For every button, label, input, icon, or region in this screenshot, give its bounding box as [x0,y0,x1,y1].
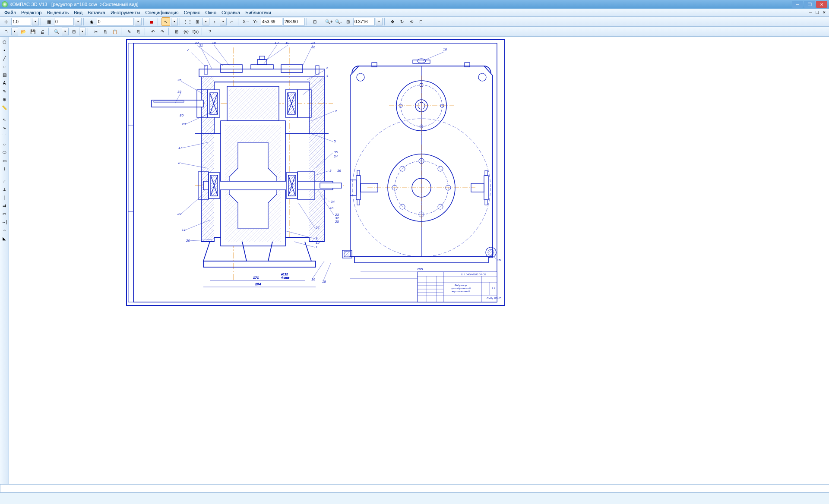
step-input[interactable] [11,18,31,25]
state-input[interactable] [97,18,134,25]
svg-text:1:1: 1:1 [492,287,495,290]
state-dropdown[interactable]: ▾ [135,18,142,25]
param-tool-icon[interactable]: ⊕ [1,96,8,103]
menu-tools[interactable]: Инструменты [108,9,143,16]
redraw-icon[interactable]: 🗋 [417,17,425,26]
fillet-tool-icon[interactable]: ⌢ [1,227,8,233]
ortho-icon[interactable]: ↕ [210,17,219,26]
zoom-out-icon[interactable]: 🔍- [334,17,343,26]
circle-tool-icon[interactable]: ○ [1,141,8,148]
perp-tool-icon[interactable]: ⊥ [1,186,8,192]
parallel-tool-icon[interactable]: ∥ [1,194,8,201]
svg-text:10: 10 [212,41,216,45]
chamfer-tool-icon[interactable]: ◣ [1,235,8,242]
command-input[interactable] [0,484,829,493]
manager-icon[interactable]: ⊟ [70,27,78,36]
view-prev-icon[interactable]: ⟲ [407,17,416,26]
cursor-mode-button[interactable]: ↖ [161,17,170,26]
snap-icon[interactable]: ⊹ [2,17,10,26]
menu-libraries[interactable]: Библиотеки [243,9,274,16]
pan-icon[interactable]: ✥ [388,17,397,26]
layer-icon[interactable]: ▦ [44,17,53,26]
maximize-button[interactable]: ❐ [804,1,815,8]
select-tool-icon[interactable]: ↖ [1,116,8,123]
minimize-button[interactable]: ─ [792,1,803,8]
geometry-tool-icon[interactable]: ⬡ [1,38,8,45]
properties-icon[interactable]: ✎ [125,27,133,36]
undo-icon[interactable]: ↶ [149,27,157,36]
rotate-icon[interactable]: ↻ [398,17,406,26]
library-mgr-icon[interactable]: ⊞ [172,27,181,36]
zoom-input[interactable] [353,18,375,25]
layer-dropdown[interactable]: ▾ [75,18,82,25]
fx-icon[interactable]: f(x) [191,27,200,36]
svg-rect-12 [259,56,265,60]
menu-window[interactable]: Окно [203,9,219,16]
trim-tool-icon[interactable]: ✂ [1,210,8,217]
open-icon[interactable]: 📂 [19,27,28,36]
zoom-fit-icon[interactable]: ⊞ [344,17,352,26]
ortho-dropdown[interactable]: ▾ [220,18,227,25]
step-dropdown[interactable]: ▾ [32,18,39,25]
arc-tool-icon[interactable]: ⌒ [1,132,8,139]
dim-tool-icon[interactable]: ↔ [1,63,8,70]
spline-tool-icon[interactable]: ∿ [1,124,8,131]
grid-lines-icon[interactable]: ⊞ [193,17,202,26]
edit-tool-icon[interactable]: ✎ [1,88,8,94]
point-tool-icon[interactable]: • [1,47,8,54]
line-tool-icon[interactable]: ╱ [1,55,8,62]
new-icon[interactable]: 🗋 [2,27,10,36]
variables-icon[interactable]: {v} [182,27,190,36]
menu-select[interactable]: Выделить [44,9,71,16]
menu-insert[interactable]: Вставка [85,9,108,16]
new-dropdown[interactable]: ▾ [11,28,18,35]
polyline-tool-icon[interactable]: ⌇ [1,165,8,172]
menu-service[interactable]: Сервис [181,9,203,16]
ellipse-tool-icon[interactable]: ⬭ [1,149,8,156]
print-icon[interactable]: 🖨 [38,27,47,36]
text-tool-icon[interactable]: A [1,79,8,86]
menu-spec[interactable]: Спецификация [143,9,181,16]
svg-line-67 [266,45,288,60]
svg-line-65 [264,45,277,64]
menu-editor[interactable]: Редактор [19,9,44,16]
preview-icon[interactable]: 🔍 [52,27,61,36]
help-icon[interactable]: ? [206,27,214,36]
menu-view[interactable]: Вид [71,9,85,16]
local-cs-icon[interactable]: ⌐ [228,17,236,26]
menu-file[interactable]: Файл [2,9,19,16]
copy-icon[interactable]: ⎘ [101,27,110,36]
tangent-tool-icon[interactable]: ⟋ [1,177,8,184]
doc-minimize-button[interactable]: ─ [807,9,813,16]
offset-tool-icon[interactable]: ⇉ [1,202,8,209]
command-bar [0,484,829,493]
copy-props-icon[interactable]: ⎘ [134,27,143,36]
zoom-dropdown[interactable]: ▾ [376,18,383,25]
cursor-mode-dropdown[interactable]: ▾ [171,18,178,25]
doc-restore-button[interactable]: ❐ [814,9,820,16]
measure-tool-icon[interactable]: 📏 [1,104,8,111]
paste-icon[interactable]: 📋 [111,27,119,36]
manager-dropdown[interactable]: ▾ [79,28,86,35]
cut-icon[interactable]: ✂ [92,27,100,36]
svg-line-76 [181,81,203,94]
drawing-canvas[interactable]: 171 254 ø112 4 отв 7 31 22 10 13 18 21 [9,37,829,484]
save-icon[interactable]: 💾 [28,27,37,36]
rect-tool-icon[interactable]: ▭ [1,157,8,164]
zoom-window-icon[interactable]: ⊡ [310,17,319,26]
doc-close-button[interactable]: ✕ [821,9,827,16]
close-button[interactable]: ✕ [816,1,827,8]
layer-input[interactable] [54,18,74,25]
stop-button[interactable]: ◼ [147,17,156,26]
svg-rect-155 [357,200,360,205]
grid-dropdown[interactable]: ▾ [203,18,209,25]
zoom-in-icon[interactable]: 🔍+ [325,17,333,26]
grid-dots-icon[interactable]: ⋮⋮ [184,17,192,26]
hatch-tool-icon[interactable]: ▨ [1,71,8,78]
state-icon[interactable]: ◉ [87,17,96,26]
menu-help[interactable]: Справка [219,9,243,16]
svg-point-125 [478,73,486,81]
redo-icon[interactable]: ↷ [158,27,167,36]
preview-dropdown[interactable]: ▾ [62,28,69,35]
extend-tool-icon[interactable]: →| [1,218,8,225]
